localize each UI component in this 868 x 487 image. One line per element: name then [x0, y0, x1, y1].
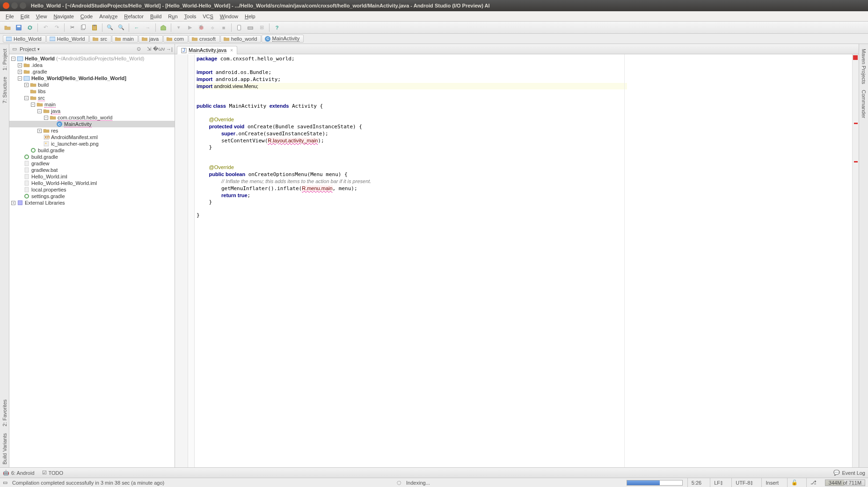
code-editor[interactable]: package com.cnxsoft.hello_world; import …: [195, 54, 852, 467]
editor-error-stripe[interactable]: [852, 54, 859, 467]
tree-row[interactable]: −com.cnxsoft.hello_world: [9, 114, 175, 121]
tree-row[interactable]: settings.gradle: [9, 193, 175, 199]
find-icon[interactable]: 🔍: [105, 23, 115, 32]
breadcrumb-item[interactable]: Hello_World: [46, 35, 89, 43]
breadcrumb-item[interactable]: C MainActivity: [262, 35, 304, 43]
line-separator[interactable]: LF ‡: [710, 478, 727, 487]
tree-row[interactable]: CMainActivity: [9, 121, 175, 127]
tree-row[interactable]: gradlew: [9, 160, 175, 167]
tree-row[interactable]: Hello_World-Hello_World.iml: [9, 180, 175, 186]
tree-row[interactable]: +.idea: [9, 62, 175, 68]
collapse-icon[interactable]: ⇲: [146, 46, 152, 52]
undo-icon[interactable]: ↶: [41, 23, 50, 32]
bottom-event-log[interactable]: 💬 Event Log: [833, 470, 865, 476]
menu-view[interactable]: View: [33, 13, 50, 20]
project-panel-title[interactable]: Project: [20, 46, 36, 52]
tree-row[interactable]: local.properties: [9, 186, 175, 193]
tree-row[interactable]: −src: [9, 95, 175, 101]
minimize-window-button[interactable]: [11, 2, 18, 9]
forward-icon[interactable]: →: [143, 23, 153, 32]
rail-project[interactable]: 1: Project: [2, 46, 7, 73]
tree-row[interactable]: build.gradle: [9, 154, 175, 160]
breadcrumb-item[interactable]: Hello_World: [3, 35, 46, 43]
error-marker[interactable]: [854, 123, 858, 124]
tree-row[interactable]: build.gradle: [9, 147, 175, 154]
attach-icon[interactable]: ⎆: [208, 23, 217, 32]
tree-row[interactable]: xmlAndroidManifest.xml: [9, 134, 175, 140]
copy-icon[interactable]: [79, 23, 88, 32]
help-icon[interactable]: ?: [272, 23, 282, 32]
run-icon[interactable]: ▶: [185, 23, 195, 32]
menu-window[interactable]: Window: [217, 13, 241, 20]
redo-icon[interactable]: ↷: [52, 23, 61, 32]
close-tab-icon[interactable]: ×: [230, 48, 233, 53]
menu-refactor[interactable]: Refactor: [121, 13, 146, 20]
breadcrumb-item[interactable]: com: [163, 35, 188, 43]
tree-row[interactable]: libs: [9, 88, 175, 95]
stop-icon[interactable]: ■: [219, 23, 228, 32]
back-icon[interactable]: ←: [132, 23, 141, 32]
hide-icon[interactable]: →|: [166, 46, 173, 52]
tree-root[interactable]: − Hello_World (~/AndroidStudioProjects/H…: [9, 55, 175, 62]
menu-build[interactable]: Build: [147, 13, 164, 20]
breadcrumb-item[interactable]: hello_world: [220, 35, 262, 43]
rail-structure[interactable]: 7: Structure: [2, 74, 7, 106]
ddms-icon[interactable]: ⊞: [257, 23, 266, 32]
tree-row[interactable]: +.gradle: [9, 68, 175, 75]
tree-row[interactable]: −Hello_World [Hello_World-Hello_World]: [9, 75, 175, 81]
tree-row[interactable]: +res: [9, 127, 175, 134]
file-encoding[interactable]: UTF-8 ‡: [731, 478, 757, 487]
breadcrumb-item[interactable]: cnxsoft: [189, 35, 220, 43]
rail-build-variants[interactable]: Build Variants: [2, 430, 7, 467]
menu-edit[interactable]: Edit: [18, 13, 32, 20]
editor-tab-mainactivity[interactable]: J MainActivity.java ×: [177, 46, 237, 54]
menu-analyze[interactable]: Analyze: [96, 13, 120, 20]
close-window-button[interactable]: [3, 2, 9, 9]
tree-row[interactable]: +External Libraries: [9, 199, 175, 206]
status-toggle-icon[interactable]: ▭: [3, 480, 7, 486]
memory-indicator[interactable]: 344M of 711M: [825, 480, 865, 486]
error-marker[interactable]: [854, 161, 858, 162]
menu-tools[interactable]: Tools: [182, 13, 199, 20]
tree-row[interactable]: ic_launcher-web.png: [9, 140, 175, 147]
tree-row[interactable]: gradlew.bat: [9, 167, 175, 173]
run-config-icon[interactable]: ▾: [174, 23, 183, 32]
insert-mode[interactable]: Insert: [761, 478, 782, 487]
sdk-icon[interactable]: [246, 23, 255, 32]
sync-icon[interactable]: [25, 23, 35, 32]
cut-icon[interactable]: ✂: [67, 23, 77, 32]
bottom-android[interactable]: 🤖 6: Android: [3, 470, 35, 476]
replace-icon[interactable]: 🔍: [117, 23, 126, 32]
lock-icon[interactable]: 🔓: [787, 478, 802, 487]
error-indicator-icon[interactable]: [853, 55, 858, 60]
menu-navigate[interactable]: Navigate: [51, 13, 76, 20]
menu-file[interactable]: File: [3, 13, 17, 20]
gear-icon[interactable]: �ων: [156, 46, 162, 52]
menu-run[interactable]: Run: [165, 13, 180, 20]
paste-icon[interactable]: [90, 23, 99, 32]
breadcrumb-item[interactable]: src: [89, 35, 111, 43]
menu-code[interactable]: Code: [78, 13, 95, 20]
editor-gutter[interactable]: [175, 54, 188, 467]
tree-row[interactable]: −java: [9, 108, 175, 114]
rail-maven[interactable]: Maven Projects: [861, 46, 867, 87]
rail-favorites[interactable]: 2: Favorites: [2, 397, 7, 429]
make-icon[interactable]: [159, 23, 168, 32]
avd-icon[interactable]: [234, 23, 244, 32]
tree-row[interactable]: −main: [9, 101, 175, 108]
caret-position[interactable]: 5:26: [687, 478, 705, 487]
maximize-window-button[interactable]: [20, 2, 26, 9]
open-icon[interactable]: [3, 23, 12, 32]
bottom-todo[interactable]: ☑ TODO: [42, 470, 64, 476]
tree-row[interactable]: Hello_World.iml: [9, 173, 175, 180]
save-icon[interactable]: [14, 23, 23, 32]
breadcrumb-item[interactable]: main: [112, 35, 138, 43]
tree-row[interactable]: +build: [9, 81, 175, 88]
project-tree[interactable]: − Hello_World (~/AndroidStudioProjects/H…: [9, 54, 175, 467]
menu-help[interactable]: Help: [242, 13, 258, 20]
scroll-to-icon[interactable]: ⊙: [135, 46, 142, 52]
rail-commander[interactable]: Commander: [861, 87, 867, 121]
chevron-down-icon[interactable]: ▾: [37, 47, 40, 52]
debug-icon[interactable]: 🐞: [197, 23, 206, 32]
menu-vcs[interactable]: VCS: [200, 13, 216, 20]
